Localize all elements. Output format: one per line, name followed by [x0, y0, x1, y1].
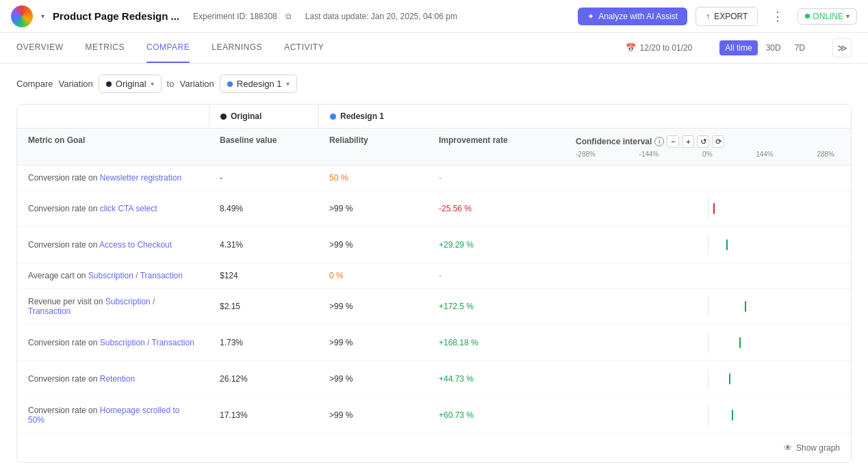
copy-icon[interactable]: ⧉	[285, 12, 292, 21]
table-row: Conversion rate on Newsletter registrati…	[17, 166, 851, 191]
collapse-button[interactable]: ≫	[832, 38, 852, 57]
metric-link[interactable]: Subscription / Transaction	[88, 271, 183, 280]
ci-bar-area	[576, 405, 840, 425]
show-graph-button[interactable]: 👁 Show graph	[784, 443, 840, 453]
improvement-cell: +44.73 %	[428, 367, 565, 391]
metric-cell: Conversion rate on Newsletter registrati…	[17, 166, 209, 190]
improvement-cell: +172.5 %	[428, 294, 565, 319]
ai-assist-button[interactable]: ✦ Analyze with AI Assist	[578, 8, 687, 25]
reliability-cell: >99 %	[318, 367, 428, 391]
improvement-cell: +168.18 %	[428, 330, 565, 355]
sparkle-icon: ✦	[587, 12, 594, 21]
var-h-empty-1	[17, 105, 209, 128]
experiment-id: Experiment ID: 188308	[193, 12, 277, 21]
var2-chevron-icon: ▾	[286, 80, 290, 88]
ci-bar-marker	[726, 239, 728, 250]
table-row: Conversion rate on Retention26.12%>99 %+…	[17, 361, 851, 397]
variation-select-1[interactable]: Original ▾	[99, 75, 162, 93]
ci-scale-3: 0%	[702, 150, 712, 158]
metric-link[interactable]: Access to Checkout	[99, 240, 172, 250]
var-h-original: Original	[209, 105, 318, 128]
metric-prefix: Conversion rate on	[28, 406, 100, 415]
ci-refresh-btn[interactable]: ↺	[697, 135, 709, 148]
online-status-badge[interactable]: ONLINE ▾	[797, 8, 857, 25]
ci-info-icon[interactable]: i	[654, 137, 664, 146]
ci-scale-4: 144%	[756, 150, 774, 158]
improvement-value: -	[439, 173, 442, 183]
baseline-cell: -	[209, 166, 318, 190]
ci-bar-cell	[565, 268, 851, 283]
ci-minus-btn[interactable]: −	[667, 135, 679, 148]
ci-bar-cell	[565, 227, 851, 263]
metric-cell: Conversion rate on Subscription / Transa…	[17, 330, 209, 355]
ci-scale-2: -144%	[639, 150, 659, 158]
variation-label-2: Variation	[179, 79, 214, 89]
metric-link[interactable]: Subscription / Transaction	[100, 338, 194, 347]
var-h-empty-2	[428, 105, 565, 128]
date-btn-7d[interactable]: 7D	[789, 40, 810, 55]
metric-prefix: Revenue per visit on	[28, 297, 105, 306]
improvement-value: +44.73 %	[439, 374, 474, 384]
reliability-value: 50 %	[329, 173, 348, 183]
improvement-value: +29.29 %	[439, 240, 474, 250]
col-improvement-header: Improvement rate	[428, 129, 565, 165]
var1-label: Original	[116, 79, 146, 89]
improvement-cell: -25.56 %	[428, 196, 565, 221]
date-btn-30d[interactable]: 30D	[761, 40, 787, 55]
reliability-cell: 0 %	[318, 263, 428, 288]
metric-prefix: Conversion rate on	[28, 374, 100, 384]
ci-label: Confidence interval	[576, 137, 652, 146]
table-row: Conversion rate on Subscription / Transa…	[17, 325, 851, 361]
ci-bar-area	[576, 235, 840, 255]
ci-settings-btn[interactable]: ⟳	[712, 135, 724, 148]
tab-compare[interactable]: COMPARE	[146, 33, 190, 63]
col-metric-header: Metric on Goal	[17, 129, 209, 165]
improvement-cell: -	[428, 263, 565, 288]
variation-select-2[interactable]: Redesign 1 ▾	[220, 75, 297, 93]
ci-plus-btn[interactable]: +	[682, 135, 694, 148]
date-btn-alltime[interactable]: All time	[719, 40, 757, 55]
tab-overview[interactable]: OVERVIEW	[16, 33, 63, 63]
more-options-button[interactable]: ⋮	[766, 6, 789, 27]
table-row: Revenue per visit on Subscription / Tran…	[17, 289, 851, 325]
export-button[interactable]: ↑ EXPORT	[695, 7, 758, 26]
online-label: ONLINE	[813, 12, 843, 21]
improvement-value: +60.73 %	[439, 410, 474, 420]
reliability-cell: >99 %	[318, 196, 428, 221]
ci-bar-cell	[565, 191, 851, 226]
ci-bar-cell	[565, 170, 851, 185]
var2-dot-icon	[227, 81, 233, 87]
tab-bar: OVERVIEW METRICS COMPARE LEARNINGS ACTIV…	[0, 33, 868, 64]
ci-bar-cell	[565, 397, 851, 433]
ci-scale-1: -288%	[576, 150, 596, 158]
original-dot-icon	[220, 114, 227, 120]
reliability-cell: >99 %	[318, 233, 428, 257]
tab-learnings[interactable]: LEARNINGS	[212, 33, 262, 63]
tab-activity[interactable]: ACTIVITY	[284, 33, 324, 63]
metric-prefix: Conversion rate on	[28, 338, 100, 347]
export-icon: ↑	[706, 12, 710, 21]
baseline-cell: 4.31%	[209, 233, 318, 257]
baseline-cell: 8.49%	[209, 196, 318, 221]
metric-prefix: Conversion rate on	[28, 173, 100, 183]
original-variation-label: Original	[231, 111, 261, 121]
ci-bar-cell	[565, 361, 851, 397]
variation-headers: Original Redesign 1	[17, 105, 851, 129]
metric-link[interactable]: Newsletter registration	[100, 173, 181, 183]
show-graph-label: Show graph	[796, 443, 840, 453]
ci-bar-cell	[565, 325, 851, 360]
ci-center-line	[708, 198, 709, 219]
col-baseline-header: Baseline value	[209, 129, 318, 165]
metric-cell: Revenue per visit on Subscription / Tran…	[17, 289, 209, 323]
bottom-area: 👁 Show graph	[17, 433, 851, 462]
metric-link[interactable]: click CTA select	[100, 204, 157, 213]
metric-prefix: Conversion rate on	[28, 240, 99, 250]
improvement-value: +168.18 %	[439, 338, 478, 347]
top-header: ▾ Product Page Redesign ... Experiment I…	[0, 0, 868, 33]
compare-label: Compare	[16, 79, 53, 89]
improvement-value: -25.56 %	[439, 204, 472, 213]
nav-chevron-icon[interactable]: ▾	[41, 12, 44, 20]
metric-cell: Conversion rate on click CTA select	[17, 196, 209, 221]
tab-metrics[interactable]: METRICS	[85, 33, 125, 63]
metric-link[interactable]: Retention	[100, 374, 135, 384]
